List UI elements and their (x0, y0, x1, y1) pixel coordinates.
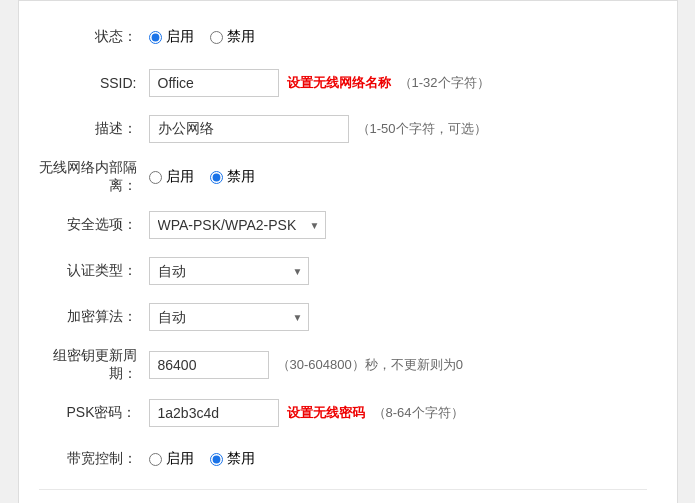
divider (39, 489, 647, 490)
group-key-label: 组密钥更新周期： (39, 347, 149, 383)
encryption-row: 加密算法： 自动 TKIP AES ▼ (39, 301, 647, 333)
bandwidth-content: 启用 禁用 (149, 450, 647, 468)
ssid-label: SSID: (39, 75, 149, 91)
status-disable-label: 禁用 (227, 28, 255, 46)
ssid-input[interactable] (149, 69, 279, 97)
security-select[interactable]: WPA-PSK/WPA2-PSK WPA2-PSK WPA-PSK 无 (149, 211, 326, 239)
isolation-disable-option[interactable]: 禁用 (210, 168, 255, 186)
isolation-enable-label: 启用 (166, 168, 194, 186)
description-content: （1-50个字符，可选） (149, 115, 647, 143)
auth-content: 自动 TKIP AES ▼ (149, 257, 647, 285)
psk-content: 设置无线密码 （8-64个字符） (149, 399, 647, 427)
bandwidth-enable-option[interactable]: 启用 (149, 450, 194, 468)
isolation-enable-option[interactable]: 启用 (149, 168, 194, 186)
isolation-radio-group: 启用 禁用 (149, 168, 255, 186)
bandwidth-radio-group: 启用 禁用 (149, 450, 255, 468)
psk-hint[interactable]: 设置无线密码 (287, 404, 365, 422)
auth-select[interactable]: 自动 TKIP AES (149, 257, 309, 285)
status-content: 启用 禁用 (149, 28, 647, 46)
status-row: 状态： 启用 禁用 (39, 21, 647, 53)
psk-extra: （8-64个字符） (373, 404, 464, 422)
encryption-label: 加密算法： (39, 308, 149, 326)
encryption-select[interactable]: 自动 TKIP AES (149, 303, 309, 331)
encryption-select-wrapper: 自动 TKIP AES ▼ (149, 303, 309, 331)
psk-label: PSK密码： (39, 404, 149, 422)
description-row: 描述： （1-50个字符，可选） (39, 113, 647, 145)
description-label: 描述： (39, 120, 149, 138)
status-label: 状态： (39, 28, 149, 46)
auth-row: 认证类型： 自动 TKIP AES ▼ (39, 255, 647, 287)
psk-row: PSK密码： 设置无线密码 （8-64个字符） (39, 397, 647, 429)
psk-input[interactable] (149, 399, 279, 427)
security-select-wrapper: WPA-PSK/WPA2-PSK WPA2-PSK WPA-PSK 无 ▼ (149, 211, 326, 239)
security-content: WPA-PSK/WPA2-PSK WPA2-PSK WPA-PSK 无 ▼ (149, 211, 647, 239)
description-extra: （1-50个字符，可选） (357, 120, 487, 138)
security-row: 安全选项： WPA-PSK/WPA2-PSK WPA2-PSK WPA-PSK … (39, 209, 647, 241)
ssid-row: SSID: 设置无线网络名称 （1-32个字符） (39, 67, 647, 99)
settings-panel: 状态： 启用 禁用 SSID: 设置无线网络名称 （1-32个字符） 描述： (18, 0, 678, 503)
status-enable-radio[interactable] (149, 31, 162, 44)
bandwidth-enable-label: 启用 (166, 450, 194, 468)
status-enable-label: 启用 (166, 28, 194, 46)
bandwidth-row: 带宽控制： 启用 禁用 (39, 443, 647, 475)
group-key-content: （30-604800）秒，不更新则为0 (149, 351, 647, 379)
status-radio-group: 启用 禁用 (149, 28, 255, 46)
isolation-row: 无线网络内部隔离： 启用 禁用 (39, 159, 647, 195)
security-label: 安全选项： (39, 216, 149, 234)
description-input[interactable] (149, 115, 349, 143)
isolation-disable-radio[interactable] (210, 171, 223, 184)
status-enable-option[interactable]: 启用 (149, 28, 194, 46)
isolation-label: 无线网络内部隔离： (39, 159, 149, 195)
ssid-hint[interactable]: 设置无线网络名称 (287, 74, 391, 92)
encryption-content: 自动 TKIP AES ▼ (149, 303, 647, 331)
status-disable-option[interactable]: 禁用 (210, 28, 255, 46)
bandwidth-disable-option[interactable]: 禁用 (210, 450, 255, 468)
ssid-extra: （1-32个字符） (399, 74, 490, 92)
bandwidth-disable-label: 禁用 (227, 450, 255, 468)
isolation-enable-radio[interactable] (149, 171, 162, 184)
isolation-disable-label: 禁用 (227, 168, 255, 186)
group-key-row: 组密钥更新周期： （30-604800）秒，不更新则为0 (39, 347, 647, 383)
bandwidth-disable-radio[interactable] (210, 453, 223, 466)
bandwidth-label: 带宽控制： (39, 450, 149, 468)
isolation-content: 启用 禁用 (149, 168, 647, 186)
auth-label: 认证类型： (39, 262, 149, 280)
group-key-extra: （30-604800）秒，不更新则为0 (277, 356, 463, 374)
bandwidth-enable-radio[interactable] (149, 453, 162, 466)
group-key-input[interactable] (149, 351, 269, 379)
status-disable-radio[interactable] (210, 31, 223, 44)
auth-select-wrapper: 自动 TKIP AES ▼ (149, 257, 309, 285)
ssid-content: 设置无线网络名称 （1-32个字符） (149, 69, 647, 97)
